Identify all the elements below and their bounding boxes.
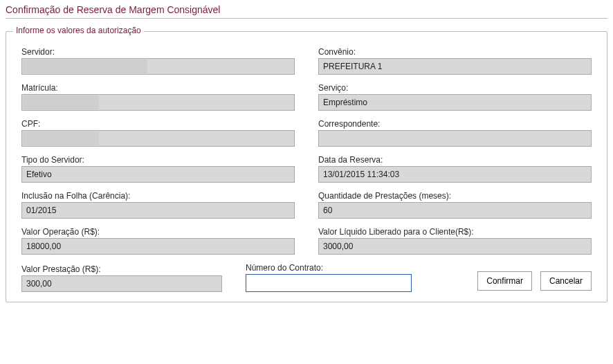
valor-liquido-value: 3000,00 <box>318 238 592 255</box>
cancel-button[interactable]: Cancelar <box>540 271 592 291</box>
servidor-label: Servidor: <box>21 47 295 57</box>
valor-prestacao-label: Valor Prestação (R$): <box>21 264 222 274</box>
convenio-label: Convênio: <box>318 47 592 57</box>
cpf-label: CPF: <box>21 119 295 129</box>
page-title: Confirmação de Reserva de Margem Consign… <box>6 3 607 19</box>
numero-contrato-label: Número do Contrato: <box>246 263 412 273</box>
tipo-servidor-label: Tipo do Servidor: <box>21 155 295 165</box>
servico-label: Serviço: <box>318 83 592 93</box>
valor-operacao-label: Valor Operação (R$): <box>21 227 295 237</box>
correspondente-value <box>318 130 592 147</box>
matricula-value <box>21 94 295 111</box>
servico-value: Empréstimo <box>318 94 592 111</box>
qtd-prestacoes-value: 60 <box>318 202 592 219</box>
servidor-value <box>21 58 295 75</box>
inclusao-folha-label: Inclusão na Folha (Carência): <box>21 191 295 201</box>
data-reserva-value: 13/01/2015 11:34:03 <box>318 166 592 183</box>
confirm-button[interactable]: Confirmar <box>477 271 532 291</box>
data-reserva-label: Data da Reserva: <box>318 155 592 165</box>
matricula-label: Matrícula: <box>21 83 295 93</box>
fieldset-legend: Informe os valores da autorização <box>13 26 144 35</box>
inclusao-folha-value: 01/2015 <box>21 202 295 219</box>
valor-operacao-value: 18000,00 <box>21 238 295 255</box>
numero-contrato-input[interactable] <box>246 274 412 292</box>
tipo-servidor-value: Efetivo <box>21 166 295 183</box>
convenio-value: PREFEITURA 1 <box>318 58 592 75</box>
valor-liquido-label: Valor Líquido Liberado para o Cliente(R$… <box>318 227 592 237</box>
authorization-fieldset: Informe os valores da autorização Servid… <box>6 31 607 302</box>
cpf-value <box>21 130 295 147</box>
qtd-prestacoes-label: Quantidade de Prestações (meses): <box>318 191 592 201</box>
correspondente-label: Correspondente: <box>318 119 592 129</box>
valor-prestacao-value: 300,00 <box>21 275 222 292</box>
